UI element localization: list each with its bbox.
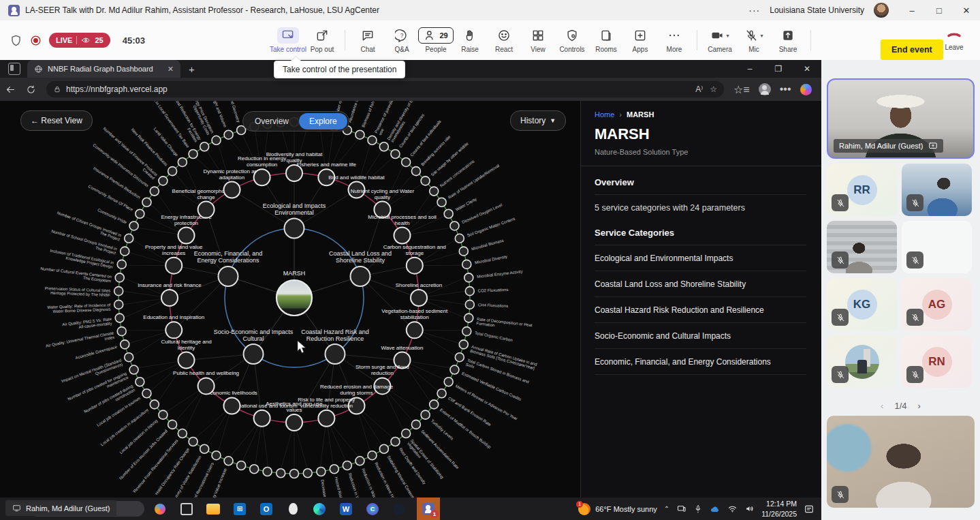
indicator-node[interactable] — [379, 444, 388, 453]
indicator-node[interactable] — [189, 438, 197, 446]
indicator-node[interactable] — [355, 457, 364, 465]
indicator-node[interactable] — [368, 136, 377, 144]
indicator-node[interactable] — [117, 327, 126, 336]
account-avatar[interactable] — [874, 3, 889, 18]
volume-icon[interactable] — [744, 504, 755, 514]
participant-tile[interactable]: RN — [902, 335, 972, 388]
qa-button[interactable]: ?Q&A — [385, 27, 419, 53]
taskbar-outlook-icon[interactable]: O — [257, 498, 275, 520]
explore-tab[interactable]: Explore — [299, 113, 347, 129]
category-node[interactable] — [351, 266, 370, 286]
radial-graph[interactable]: Number of fish speciesAbundance and biom… — [0, 101, 580, 498]
indicator-node[interactable] — [142, 198, 151, 207]
parameter-node[interactable] — [165, 258, 182, 274]
participant-tile[interactable] — [902, 221, 972, 273]
chevron-down-icon[interactable]: ▾ — [726, 33, 729, 39]
indicator-node[interactable] — [303, 469, 312, 478]
category-node[interactable] — [325, 344, 345, 364]
indicator-node[interactable] — [430, 187, 439, 196]
overview-tab[interactable]: Overview — [244, 113, 299, 129]
service-category-item[interactable]: Coastal Hazard Risk Reduction and Resili… — [595, 297, 806, 323]
indicator-node[interactable] — [462, 327, 471, 336]
controls-button[interactable]: Controls — [555, 27, 589, 53]
indicator-node[interactable] — [437, 198, 446, 207]
chat-button[interactable]: Chat — [351, 27, 385, 53]
parameter-node[interactable] — [318, 410, 334, 427]
parameter-node[interactable] — [286, 414, 302, 431]
more-button[interactable]: More — [657, 27, 691, 53]
people-button[interactable]: 29People — [419, 27, 453, 53]
taskbar-task-view-icon[interactable] — [178, 498, 195, 520]
parameter-node[interactable] — [178, 228, 195, 244]
leave-button[interactable]: Leave — [937, 25, 971, 51]
raise-button[interactable]: Raise — [453, 27, 487, 53]
indicator-node[interactable] — [450, 365, 459, 374]
pop-out-button[interactable]: Pop out — [305, 27, 339, 53]
parameter-node[interactable] — [254, 169, 270, 185]
parameter-node[interactable] — [407, 322, 423, 338]
indicator-node[interactable] — [263, 467, 272, 476]
taskbar-alienware-icon[interactable] — [284, 498, 302, 520]
indicator-node[interactable] — [330, 465, 338, 474]
indicator-node[interactable] — [224, 130, 233, 139]
taskbar-file-explorer-icon[interactable] — [204, 498, 222, 520]
tab-actions-icon[interactable] — [8, 63, 20, 75]
taskbar-copilot-icon[interactable] — [151, 498, 169, 520]
take-control-button[interactable]: Take control — [271, 27, 305, 53]
favorites-bar-icon[interactable]: ☆≡ — [733, 83, 750, 96]
pinned-participant-tile[interactable] — [827, 416, 975, 508]
indicator-node[interactable] — [115, 273, 124, 282]
participant-tile[interactable] — [827, 221, 897, 273]
parameter-node[interactable] — [411, 290, 427, 306]
chevron-down-icon[interactable]: ▾ — [760, 33, 763, 39]
parameter-node[interactable] — [198, 378, 215, 394]
browser-menu-icon[interactable]: ••• — [780, 83, 791, 95]
taskbar-teams-icon[interactable]: 1 — [417, 498, 440, 520]
tab-close-icon[interactable]: ✕ — [168, 65, 174, 74]
indicator-node[interactable] — [159, 177, 168, 185]
indicator-node[interactable] — [391, 438, 400, 446]
breadcrumb-home-link[interactable]: Home — [595, 110, 614, 119]
indicator-node[interactable] — [178, 157, 187, 166]
indicator-node[interactable] — [189, 149, 197, 158]
indicator-node[interactable] — [444, 378, 453, 386]
participant-tile[interactable]: RR — [827, 164, 897, 216]
parameter-node[interactable] — [394, 228, 410, 244]
view-button[interactable]: View — [521, 27, 555, 53]
parameter-node[interactable] — [165, 322, 182, 338]
parameter-node[interactable] — [254, 410, 270, 427]
indicator-node[interactable] — [465, 287, 474, 296]
browser-minimize-button[interactable]: – — [736, 60, 764, 78]
participant-tile[interactable] — [827, 335, 897, 388]
browser-close-button[interactable]: ✕ — [793, 60, 821, 78]
notification-icon[interactable] — [804, 504, 815, 515]
category-node[interactable] — [285, 219, 304, 239]
indicator-node[interactable] — [464, 273, 473, 282]
prev-page-icon[interactable]: ‹ — [881, 401, 883, 411]
read-aloud-icon[interactable]: A⁾ — [695, 85, 703, 94]
window-close-button[interactable]: ✕ — [953, 1, 980, 20]
window-minimize-button[interactable]: – — [898, 1, 926, 20]
indicator-node[interactable] — [421, 177, 430, 185]
parameter-node[interactable] — [224, 182, 240, 198]
history-dropdown[interactable]: History ▼ — [510, 110, 566, 131]
camera-button[interactable]: ▾Camera — [703, 27, 737, 53]
indicator-node[interactable] — [462, 260, 471, 269]
indicator-node[interactable] — [459, 340, 468, 349]
indicator-node[interactable] — [250, 465, 259, 474]
parameter-node[interactable] — [161, 290, 178, 306]
service-category-item[interactable]: Coastal Land Loss and Shoreline Stabilit… — [595, 271, 806, 297]
indicator-node[interactable] — [455, 353, 464, 362]
parameter-node[interactable] — [178, 352, 195, 369]
rooms-button[interactable]: Rooms — [589, 27, 623, 53]
indicator-node[interactable] — [114, 287, 123, 296]
tray-chevron-icon[interactable]: ⌃ — [664, 505, 669, 513]
indicator-node[interactable] — [290, 470, 299, 478]
end-event-button[interactable]: End event — [881, 40, 943, 60]
indicator-node[interactable] — [379, 142, 388, 151]
indicator-node[interactable] — [136, 378, 144, 386]
indicator-node[interactable] — [121, 340, 129, 349]
indicator-node[interactable] — [212, 136, 221, 144]
indicator-node[interactable] — [224, 457, 233, 465]
indicator-node[interactable] — [200, 142, 209, 151]
